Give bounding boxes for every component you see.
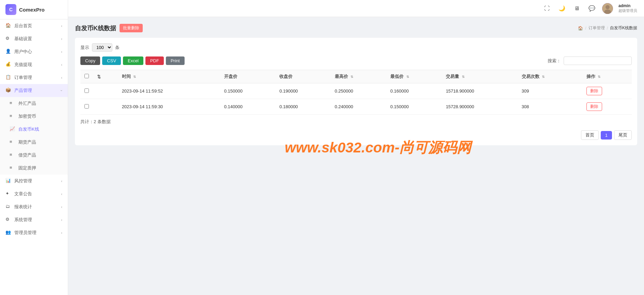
sidebar-label-report: 报表统计	[14, 204, 58, 210]
forex-icon: ≡	[10, 100, 16, 106]
th-volume[interactable]: 交易量 ⇅	[442, 70, 517, 83]
user-role: 超级管理员	[618, 8, 637, 13]
select-all-checkbox[interactable]	[84, 74, 89, 78]
user-name: admin	[618, 3, 637, 8]
batch-delete-button[interactable]: 批量删除	[120, 24, 143, 32]
rows-per-page-select[interactable]: 10 25 50 100	[92, 43, 112, 52]
page-title: 自发币K线数据	[75, 24, 116, 32]
avatar[interactable]	[602, 3, 613, 14]
sidebar-label-crypto: 加密货币	[18, 113, 62, 119]
sidebar-item-risk[interactable]: 📊 风控管理 ‹	[0, 175, 68, 187]
row2-checkbox[interactable]	[84, 104, 89, 109]
data-table: ⇅ 时间 ⇅ 开盘价 收盘价 最高价	[80, 70, 632, 115]
futures-icon: ≡	[10, 139, 16, 145]
sidebar-item-article[interactable]: ✦ 文章公告 ‹	[0, 187, 68, 200]
excel-button[interactable]: Excel	[123, 56, 143, 65]
system-icon: ⚙	[5, 217, 12, 223]
row1-close: 0.190000	[275, 83, 330, 99]
th-trades[interactable]: 交易次数 ⇅	[518, 70, 582, 83]
show-label: 显示	[80, 45, 89, 51]
row1-check[interactable]	[80, 83, 93, 99]
th-action[interactable]: 操作 ⇅	[582, 70, 632, 83]
print-button[interactable]: Print	[166, 56, 185, 65]
sidebar-item-kline[interactable]: 📈 自发币K线	[0, 123, 68, 136]
search-input[interactable]	[564, 56, 632, 65]
th-time-label: 时间	[122, 74, 131, 79]
theme-toggle-icon[interactable]: 🌙	[557, 4, 567, 13]
crypto-icon: ≡	[10, 113, 16, 119]
breadcrumb-orders[interactable]: 订单管理	[588, 25, 605, 31]
th-close: 收盘价	[275, 70, 330, 83]
sidebar-label-kline: 自发币K线	[18, 126, 62, 132]
breadcrumb-home[interactable]: 🏠	[578, 26, 583, 31]
sidebar-label-fixed: 固定质押	[18, 165, 62, 171]
chevron-right-icon-4: ‹	[61, 63, 62, 67]
sidebar-item-fixed[interactable]: ≡ 固定质押	[0, 162, 68, 175]
show-unit: 条	[115, 45, 120, 51]
sidebar-item-admins[interactable]: 👥 管理员管理 ‹	[0, 226, 68, 239]
sidebar-label-recharge: 充值提现	[14, 62, 58, 68]
row2-delete-button[interactable]: 删除	[586, 102, 602, 111]
row2-check[interactable]	[80, 99, 93, 115]
row2-low: 0.150000	[386, 99, 442, 115]
th-high[interactable]: 最高价 ⇅	[331, 70, 386, 83]
sidebar-item-basic[interactable]: ⚙ 基础设置 ‹	[0, 32, 68, 45]
chat-icon[interactable]: 💬	[587, 4, 597, 13]
row2-close: 0.180000	[275, 99, 330, 115]
row1-volume: 15718.900000	[442, 83, 517, 99]
media-icon[interactable]: 🖥	[572, 4, 582, 13]
chevron-right-icon-5: ‹	[61, 76, 62, 80]
admins-icon: 👥	[5, 230, 12, 236]
export-buttons: Copy CSV Excel PDF Print	[80, 56, 185, 65]
show-rows-control: 显示 10 25 50 100 条	[80, 43, 632, 52]
settings-icon: ⚙	[5, 36, 12, 42]
breadcrumb-sep-2: /	[607, 26, 608, 31]
row1-delete-button[interactable]: 删除	[586, 87, 602, 95]
sidebar-item-recharge[interactable]: 💰 充值提现 ‹	[0, 58, 68, 71]
sort-time-icon: ⇅	[133, 75, 136, 79]
sidebar-label-basic: 基础设置	[14, 36, 58, 42]
sidebar-item-home[interactable]: 🏠 后台首页 ‹	[0, 19, 68, 32]
pagination-first[interactable]: 首页	[581, 130, 599, 140]
table-summary: 共计：2 条数据	[80, 119, 632, 125]
logo-icon: C	[5, 4, 16, 15]
fullscreen-icon[interactable]: ⛶	[542, 4, 552, 13]
pagination-page-1[interactable]: 1	[601, 131, 612, 140]
sidebar-label-orders: 订单管理	[14, 75, 58, 81]
pdf-button[interactable]: PDF	[145, 56, 164, 65]
article-icon: ✦	[5, 191, 12, 197]
table-head: ⇅ 时间 ⇅ 开盘价 收盘价 最高价	[80, 70, 632, 83]
sidebar-item-futures[interactable]: ≡ 期货产品	[0, 136, 68, 149]
sidebar-item-users[interactable]: 👤 用户中心 ‹	[0, 45, 68, 58]
sidebar-item-report[interactable]: 🗂 报表统计 ‹	[0, 200, 68, 213]
sidebar-item-products[interactable]: 📦 产品管理 ›	[0, 84, 68, 97]
chevron-right-icon: ‹	[61, 24, 62, 28]
chevron-right-icon-7: ‹	[61, 192, 62, 196]
table-card: 显示 10 25 50 100 条 Copy CSV Excel PDF Pri…	[75, 38, 637, 145]
sidebar-item-system[interactable]: ⚙ 系统管理 ‹	[0, 213, 68, 226]
sort-high-icon: ⇅	[350, 75, 353, 79]
sidebar-item-orders[interactable]: 📋 订单管理 ‹	[0, 71, 68, 84]
pagination-last[interactable]: 尾页	[614, 130, 632, 140]
chevron-right-icon-2: ‹	[61, 37, 62, 41]
chevron-right-icon-3: ‹	[61, 50, 62, 54]
sidebar-item-crypto[interactable]: ≡ 加密货币	[0, 110, 68, 123]
products-icon: 📦	[5, 87, 12, 94]
chevron-down-icon: ›	[60, 90, 64, 91]
table-header-row: ⇅ 时间 ⇅ 开盘价 收盘价 最高价	[80, 70, 632, 83]
row2-trades: 308	[518, 99, 582, 115]
th-time[interactable]: 时间 ⇅	[118, 70, 220, 83]
sidebar-label-products: 产品管理	[14, 87, 58, 94]
csv-button[interactable]: CSV	[102, 56, 121, 65]
sidebar-item-forex[interactable]: ≡ 外汇产品	[0, 97, 68, 110]
copy-button[interactable]: Copy	[80, 56, 100, 65]
th-low[interactable]: 最低价 ⇅	[386, 70, 442, 83]
th-id[interactable]: ⇅	[93, 70, 118, 83]
sidebar-item-loan[interactable]: ≡ 借贷产品	[0, 149, 68, 162]
sort-action-icon: ⇅	[598, 75, 600, 79]
sort-low-icon: ⇅	[406, 75, 409, 79]
report-icon: 🗂	[5, 204, 12, 210]
sidebar-label-loan: 借贷产品	[18, 152, 62, 158]
kline-icon: 📈	[10, 126, 16, 132]
row1-checkbox[interactable]	[84, 88, 89, 93]
